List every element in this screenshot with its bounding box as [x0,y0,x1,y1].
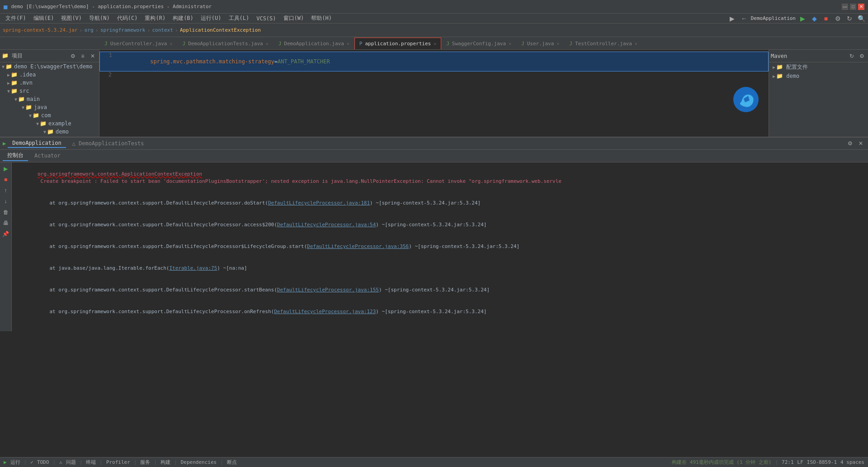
link-startbeans-155[interactable]: DefaultLifecycleProcessor.java:155 [277,287,379,293]
tree-item-idea[interactable]: ▶ 📁 .idea [0,71,99,79]
services-label[interactable]: 服务 [140,459,150,466]
run-button[interactable]: ▶ [797,14,807,24]
link-lifecyclegroup-356[interactable]: DefaultLifecycleProcessor.java:356 [307,243,409,249]
tab-testcontroller[interactable]: J TestController.java ✕ [564,38,642,49]
run-tab-demoapplication[interactable]: DemoApplication [8,139,66,148]
indent[interactable]: 4 spaces [840,459,864,465]
menu-build[interactable]: 构建(B) [169,14,197,23]
dependencies-label[interactable]: Dependencies [181,459,217,465]
debug-button[interactable]: ◆ [809,14,819,24]
tab-demoapplication[interactable]: J DemoApplication.java ✕ [274,38,354,49]
profiler-label[interactable]: Profiler [106,459,130,465]
problems-label[interactable]: 问题 [66,459,76,466]
actuator-tab[interactable]: Actuator [30,152,65,161]
sidebar-toolbar: 📁 项目 ⚙ ≡ ✕ [0,50,99,62]
sidebar-close[interactable]: ✕ [88,52,97,61]
terminal-label[interactable]: 终端 [86,459,96,466]
tree-item-demo[interactable]: ▼ 📁 demo E:\swaggerTest\demo [0,62,99,71]
run-tab-demoapplicationtests[interactable]: △ DemoApplicationTests [68,139,149,148]
console-line-3: at org.springframework.context.support.D… [14,236,866,257]
scroll-up-button[interactable]: ↑ [1,186,10,195]
tab-demoapplicationtests[interactable]: J DemoApplicationTests.java ✕ [178,38,274,49]
menu-file[interactable]: 文件(F) [2,14,30,23]
tree-label: demo E:\swaggerTest\demo [14,63,92,70]
sidebar-collapse[interactable]: ≡ [78,52,87,61]
maximize-button[interactable]: □ [850,4,856,10]
run-close[interactable]: ✕ [856,139,865,148]
link-defaultlifecycleprocessor-181[interactable]: DefaultLifecycleProcessor.java:181 [268,200,370,206]
link-onrefresh-123[interactable]: DefaultLifecycleProcessor.java:123 [274,309,376,315]
tree-item-com[interactable]: ▼ 📁 com [0,111,99,119]
tree-item-mvn[interactable]: ▶ 📁 .mvn [0,79,99,87]
menu-view[interactable]: 视图(V) [57,14,85,23]
maven-item-demo[interactable]: ▶ 📁 demo [769,72,868,80]
breadcrumb-exception[interactable]: ApplicationContextException [180,27,261,33]
breadcrumb-context[interactable]: context [152,27,173,33]
maven-settings[interactable]: ⚙ [857,52,866,61]
toolbar-btn-2[interactable]: ← [739,14,749,24]
maven-item-config[interactable]: ▶ 📁 配置文件 [769,62,868,72]
link-iterable-75[interactable]: Iterable.java:75 [169,265,217,271]
close-icon[interactable]: ✕ [509,41,511,46]
stop-button[interactable]: ■ [1,175,10,184]
build-label[interactable]: 构建 [160,459,170,466]
clear-button[interactable]: 🗑 [1,208,10,217]
search-button[interactable]: 🔍 [856,14,866,24]
link-finishrefresh-935[interactable]: AbstractApplicationContext.java:935 [289,330,394,331]
menu-code[interactable]: 代码(C) [113,14,142,23]
minimize-button[interactable]: — [842,4,848,10]
close-button[interactable]: ✕ [858,4,864,10]
exception-link[interactable]: org.springframework.context.ApplicationC… [38,171,202,177]
run-settings[interactable]: ⚙ [845,139,854,148]
close-icon[interactable]: ✕ [434,41,436,46]
menu-tools[interactable]: 工具(L) [225,14,253,23]
menu-window[interactable]: 窗口(W) [280,14,308,23]
line-ending[interactable]: LF [797,459,803,465]
maven-reload[interactable]: ↻ [847,52,856,61]
menu-refactor[interactable]: 重构(R) [141,14,169,23]
charset[interactable]: ISO-8859-1 [807,459,837,465]
close-icon[interactable]: ✕ [266,41,269,46]
arrow-icon: ▶ [7,72,10,77]
folder-icon: 📁 [11,71,18,78]
menu-help[interactable]: 帮助(H) [307,14,335,23]
run-tabs-bar: ▶ DemoApplication △ DemoApplicationTests… [0,137,868,150]
sidebar-settings[interactable]: ⚙ [68,52,77,61]
restart-button[interactable]: ▶ [1,164,10,173]
settings-button[interactable]: ⚙ [833,14,843,24]
code-line-2[interactable]: 2 [99,71,769,80]
menu-edit[interactable]: 编辑(E) [30,14,58,23]
run-status-label[interactable]: 运行 [10,459,20,466]
close-icon[interactable]: ✕ [557,41,559,46]
link-defaultlifecycleprocessor-54[interactable]: DefaultLifecycleProcessor.java:54 [277,222,376,228]
pin-button[interactable]: 📌 [1,229,10,238]
tree-item-main[interactable]: ▼ 📁 main [0,95,99,103]
code-line-1[interactable]: 1 spring.mvc.pathmatch.matching-strategy… [99,52,769,71]
tree-item-demo2[interactable]: ▼ 📁 demo [0,128,99,136]
console-tab[interactable]: 控制台 [3,151,28,161]
tab-application-properties[interactable]: P application.properties ✕ [354,38,441,49]
console-output[interactable]: org.springframework.context.ApplicationC… [12,162,868,331]
close-icon[interactable]: ✕ [347,41,349,46]
print-button[interactable]: 🖶 [1,219,10,228]
breadcrumb-org[interactable]: org [85,27,94,33]
toolbar-btn-1[interactable]: ▶ [727,14,737,24]
close-icon[interactable]: ✕ [635,41,637,46]
tree-item-example[interactable]: ▼ 📁 example [0,119,99,128]
tree-item-src[interactable]: ▼ 📁 src [0,87,99,95]
todo-label[interactable]: TODO [37,459,49,465]
stop-button[interactable]: ■ [821,14,831,24]
update-button[interactable]: ↻ [844,14,854,24]
tree-item-java[interactable]: ▼ 📁 java [0,103,99,111]
breakpoints-label[interactable]: 断点 [227,459,237,466]
tab-swaggerconfig[interactable]: J SwaggerConfig.java ✕ [441,38,516,49]
breadcrumb-springframework[interactable]: springframework [100,27,145,33]
menu-navigate[interactable]: 导航(N) [85,14,113,23]
menu-run[interactable]: 运行(U) [197,14,225,23]
editor-tabs-bar: J UserController.java ✕ J DemoApplicatio… [0,37,868,50]
tab-usercontroller[interactable]: J UserController.java ✕ [99,38,178,49]
tab-user[interactable]: J User.java ✕ [516,38,564,49]
close-icon[interactable]: ✕ [170,41,172,46]
menu-vcs[interactable]: VCS(S) [253,14,279,23]
scroll-down-button[interactable]: ↓ [1,197,10,206]
